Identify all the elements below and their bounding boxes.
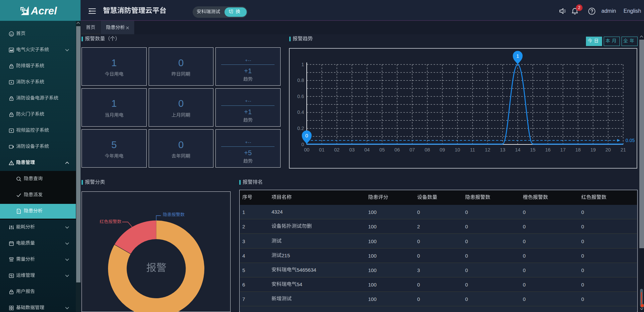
svg-text:09: 09 [440, 147, 445, 152]
svg-text:20: 20 [605, 147, 611, 152]
svg-text:00: 00 [304, 147, 309, 152]
svg-text:1: 1 [516, 53, 519, 59]
svg-text:07: 07 [409, 147, 415, 152]
svg-text:0: 0 [305, 133, 308, 138]
svg-text:03: 03 [349, 147, 355, 152]
svg-text:19: 19 [590, 147, 596, 152]
svg-text:0.05: 0.05 [626, 138, 635, 143]
svg-text:12: 12 [485, 147, 490, 152]
svg-text:04: 04 [364, 147, 370, 152]
svg-text:13: 13 [500, 147, 505, 152]
svg-text:08: 08 [425, 147, 430, 152]
svg-text:06: 06 [394, 147, 400, 152]
svg-text:16: 16 [545, 147, 550, 152]
svg-text:0.4: 0.4 [297, 109, 304, 115]
svg-text:0.6: 0.6 [297, 94, 304, 99]
svg-text:05: 05 [379, 147, 385, 152]
svg-text:17: 17 [560, 147, 565, 152]
svg-text:02: 02 [334, 147, 340, 152]
svg-text:15: 15 [530, 147, 536, 152]
svg-text:21: 21 [621, 147, 626, 152]
svg-text:18: 18 [575, 147, 581, 152]
svg-text:0.2: 0.2 [297, 126, 304, 131]
svg-text:01: 01 [319, 147, 325, 152]
svg-text:11: 11 [470, 147, 475, 152]
svg-text:0.8: 0.8 [297, 78, 304, 83]
svg-text:0: 0 [301, 142, 304, 147]
svg-text:10: 10 [455, 147, 460, 152]
svg-text:14: 14 [515, 147, 521, 152]
svg-text:1: 1 [301, 62, 304, 67]
